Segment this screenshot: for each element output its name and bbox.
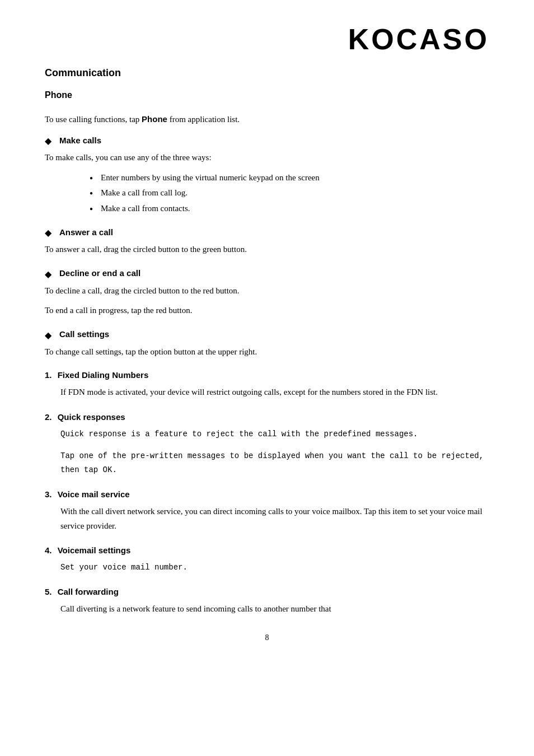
num-2-title: Quick responses (58, 412, 125, 422)
page: KOCASO Communication Phone To use callin… (0, 0, 534, 756)
logo: KOCASO (348, 23, 489, 55)
list-item: Make a call from contacts. (90, 202, 489, 216)
intro-bold-word: Phone (142, 114, 167, 124)
num-1-body: If FDN mode is activated, your device wi… (45, 385, 489, 400)
make-calls-section: Make calls To make calls, you can use an… (45, 135, 489, 216)
make-calls-list: Enter numbers by using the virtual numer… (45, 171, 489, 216)
num-1: 1. (45, 370, 52, 380)
numbered-section-2: 2. Quick responses Quick response is a f… (45, 412, 489, 478)
list-item: Enter numbers by using the virtual numer… (90, 171, 489, 185)
diamond-icon-answer-call (45, 227, 55, 237)
call-settings-section: Call settings To change call settings, t… (45, 329, 489, 360)
phone-section: Phone To use calling functions, tap Phon… (45, 90, 489, 617)
intro-text-before: To use calling functions, tap (45, 115, 142, 124)
numbered-header-1: 1. Fixed Dialing Numbers (45, 370, 489, 380)
answer-call-header: Answer a call (45, 227, 489, 237)
page-number: 8 (45, 633, 489, 642)
num-2-body-1: Quick response is a feature to reject th… (45, 427, 489, 441)
make-calls-header: Make calls (45, 135, 489, 145)
numbered-header-3: 3. Voice mail service (45, 489, 489, 499)
num-5: 5. (45, 587, 52, 596)
numbered-header-2: 2. Quick responses (45, 412, 489, 422)
num-4: 4. (45, 545, 52, 555)
num-3-body: With the call divert network service, yo… (45, 505, 489, 533)
decline-call-body1: To decline a call, drag the circled butt… (45, 284, 489, 298)
logo-area: KOCASO (45, 22, 489, 56)
num-3: 3. (45, 489, 52, 499)
answer-call-label: Answer a call (59, 227, 113, 237)
num-4-body: Set your voice mail number. (45, 561, 489, 575)
numbered-header-5: 5. Call forwarding (45, 587, 489, 596)
make-calls-intro: To make calls, you can use any of the th… (45, 151, 489, 165)
diamond-icon-decline-call (45, 269, 55, 279)
num-5-title: Call forwarding (58, 587, 119, 596)
call-settings-label: Call settings (59, 329, 109, 339)
numbered-section-3: 3. Voice mail service With the call dive… (45, 489, 489, 533)
num-1-title: Fixed Dialing Numbers (58, 370, 149, 380)
call-settings-body: To change call settings, tap the option … (45, 345, 489, 360)
numbered-header-4: 4. Voicemail settings (45, 545, 489, 555)
num-2: 2. (45, 412, 52, 422)
decline-call-label: Decline or end a call (59, 268, 140, 278)
intro-text-after: from application list. (167, 115, 240, 124)
num-5-body: Call diverting is a network feature to s… (45, 602, 489, 617)
numbered-section-4: 4. Voicemail settings Set your voice mai… (45, 545, 489, 575)
decline-call-header: Decline or end a call (45, 268, 489, 278)
numbered-section-5: 5. Call forwarding Call diverting is a n… (45, 587, 489, 617)
diamond-icon-call-settings (45, 330, 55, 340)
list-item: Make a call from call log. (90, 186, 489, 200)
decline-call-section: Decline or end a call To decline a call,… (45, 268, 489, 318)
numbered-section-1: 1. Fixed Dialing Numbers If FDN mode is … (45, 370, 489, 400)
call-settings-header: Call settings (45, 329, 489, 339)
decline-call-body2: To end a call in progress, tap the red b… (45, 304, 489, 318)
answer-call-body: To answer a call, drag the circled butto… (45, 242, 489, 257)
diamond-icon-make-calls (45, 136, 55, 146)
num-4-title: Voicemail settings (58, 545, 131, 555)
answer-call-section: Answer a call To answer a call, drag the… (45, 227, 489, 257)
num-2-body-2: Tap one of the pre-written messages to b… (45, 449, 489, 477)
phone-intro: To use calling functions, tap Phone from… (45, 113, 489, 126)
num-3-title: Voice mail service (58, 489, 130, 499)
phone-title: Phone (45, 90, 489, 100)
communication-title: Communication (45, 67, 489, 79)
make-calls-label: Make calls (59, 136, 101, 145)
